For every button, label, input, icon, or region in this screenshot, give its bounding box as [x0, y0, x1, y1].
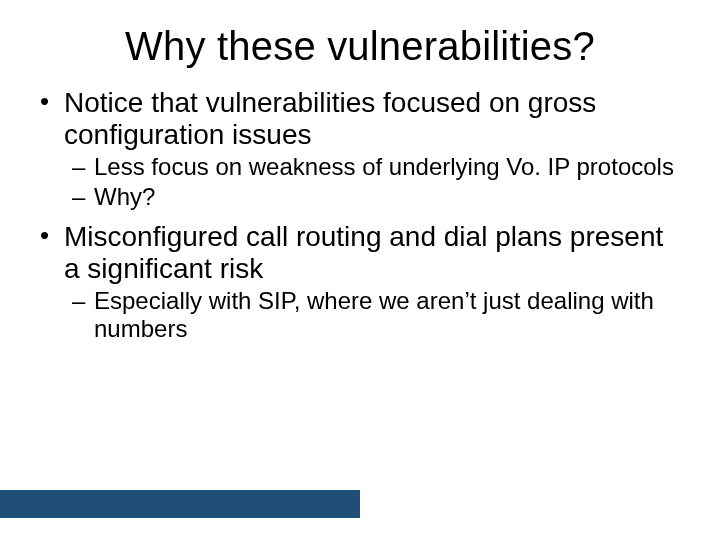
list-item: Especially with SIP, where we aren’t jus…: [64, 287, 684, 342]
list-item: Notice that vulnerabilities focused on g…: [36, 87, 684, 211]
list-item: Misconfigured call routing and dial plan…: [36, 221, 684, 343]
bullet-text: Why?: [94, 183, 155, 210]
sub-list: Less focus on weakness of underlying Vo.…: [64, 153, 684, 210]
slide-body: Notice that vulnerabilities focused on g…: [0, 69, 720, 342]
bullet-text: Misconfigured call routing and dial plan…: [64, 221, 663, 284]
list-item: Less focus on weakness of underlying Vo.…: [64, 153, 684, 181]
sub-list: Especially with SIP, where we aren’t jus…: [64, 287, 684, 342]
bullet-text: Less focus on weakness of underlying Vo.…: [94, 153, 674, 180]
bullet-text: Notice that vulnerabilities focused on g…: [64, 87, 596, 150]
list-item: Why?: [64, 183, 684, 211]
bullet-list: Notice that vulnerabilities focused on g…: [36, 87, 684, 342]
slide-title: Why these vulnerabilities?: [0, 0, 720, 69]
footer-accent-bar: [0, 490, 360, 518]
bullet-text: Especially with SIP, where we aren’t jus…: [94, 287, 654, 342]
slide: Why these vulnerabilities? Notice that v…: [0, 0, 720, 540]
